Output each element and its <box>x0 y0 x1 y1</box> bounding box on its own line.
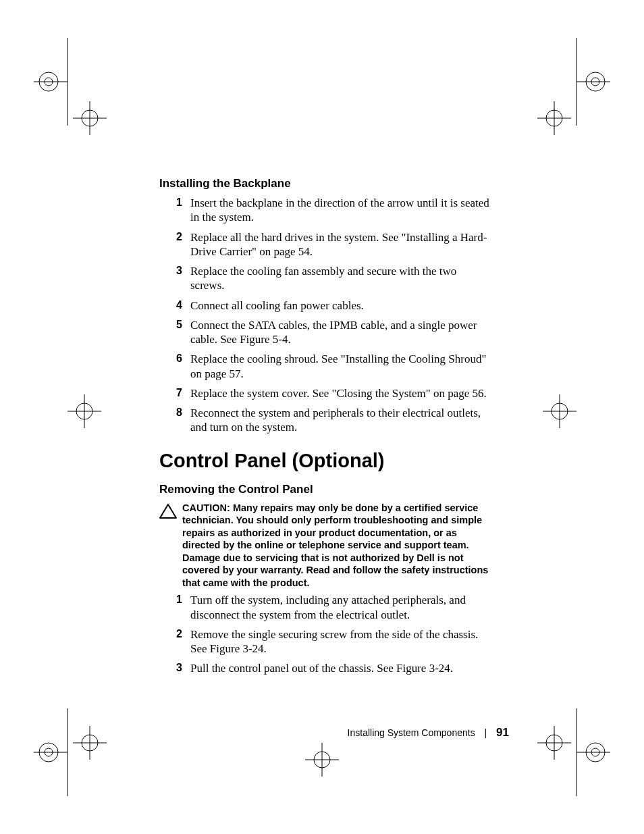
svg-marker-37 <box>160 504 176 518</box>
step-number: 6 <box>159 352 190 365</box>
svg-point-9 <box>586 72 605 91</box>
list-item: 7 Replace the system cover. See "Closing… <box>159 386 491 400</box>
step-number: 1 <box>159 593 190 606</box>
crosshair-icon <box>543 394 576 428</box>
svg-point-10 <box>591 78 599 86</box>
step-text: Replace the cooling fan assembly and sec… <box>190 264 491 293</box>
step-text: Pull the control panel out of the chassi… <box>190 661 491 675</box>
step-number: 4 <box>159 298 190 312</box>
step-text: Turn off the system, including any attac… <box>190 593 491 622</box>
list-item: 6 Replace the cooling shroud. See "Insta… <box>159 352 491 381</box>
step-text: Replace all the hard drives in the syste… <box>190 230 491 259</box>
step-text: Reconnect the system and peripherals to … <box>190 406 491 435</box>
caution-label: CAUTION: <box>182 502 233 513</box>
subheading-installing-backplane: Installing the Backplane <box>159 177 491 190</box>
registration-mark-icon <box>543 38 610 126</box>
registration-mark-icon <box>34 38 101 126</box>
caution-triangle-icon <box>159 502 182 522</box>
crosshair-icon <box>73 101 107 135</box>
step-number: 5 <box>159 318 190 332</box>
svg-point-33 <box>591 748 599 756</box>
section-title-control-panel: Control Panel (Optional) <box>159 450 491 472</box>
steps-list-backplane: 1 Insert the backplane in the direction … <box>159 196 491 435</box>
content-area: Installing the Backplane 1 Insert the ba… <box>159 177 491 681</box>
svg-point-11 <box>546 110 562 126</box>
list-item: 1 Insert the backplane in the direction … <box>159 196 491 225</box>
step-text: Connect all cooling fan power cables. <box>190 298 491 313</box>
list-item: 2 Replace all the hard drives in the sys… <box>159 230 491 259</box>
footer-divider: | <box>485 727 487 738</box>
step-number: 2 <box>159 230 190 244</box>
step-number: 7 <box>159 386 190 400</box>
page-footer: Installing System Components | 91 <box>0 726 644 739</box>
svg-point-2 <box>39 72 58 91</box>
svg-point-32 <box>586 743 605 762</box>
registration-mark-icon <box>34 708 101 796</box>
caution-text: CAUTION: Many repairs may only be done b… <box>182 502 491 590</box>
list-item: 1 Turn off the system, including any att… <box>159 593 491 622</box>
step-number: 3 <box>159 264 190 278</box>
svg-point-4 <box>82 110 98 126</box>
steps-list-control-panel: 1 Turn off the system, including any att… <box>159 593 491 675</box>
crosshair-icon <box>537 101 571 135</box>
list-item: 3 Pull the control panel out of the chas… <box>159 661 491 675</box>
caution-body: Many repairs may only be done by a certi… <box>182 502 488 588</box>
footer-chapter: Installing System Components <box>348 727 475 738</box>
crosshair-icon <box>68 394 101 428</box>
step-text: Replace the cooling shroud. See "Install… <box>190 352 491 381</box>
step-text: Connect the SATA cables, the IPMB cable,… <box>190 318 491 347</box>
step-text: Insert the backplane in the direction of… <box>190 196 491 225</box>
step-number: 3 <box>159 661 190 675</box>
svg-point-3 <box>45 78 53 86</box>
list-item: 5 Connect the SATA cables, the IPMB cabl… <box>159 318 491 347</box>
step-number: 1 <box>159 196 190 209</box>
svg-point-14 <box>76 403 92 419</box>
list-item: 8 Reconnect the system and peripherals t… <box>159 406 491 435</box>
list-item: 2 Remove the single securing screw from … <box>159 627 491 656</box>
step-number: 8 <box>159 406 190 419</box>
step-number: 2 <box>159 627 190 641</box>
subheading-removing-control-panel: Removing the Control Panel <box>159 483 491 496</box>
page: Installing the Backplane 1 Insert the ba… <box>0 0 644 834</box>
step-text: Replace the system cover. See "Closing t… <box>190 386 491 400</box>
list-item: 3 Replace the cooling fan assembly and s… <box>159 264 491 293</box>
svg-point-17 <box>552 403 568 419</box>
svg-point-22 <box>39 743 58 762</box>
crosshair-icon <box>305 743 339 777</box>
svg-point-27 <box>314 752 330 768</box>
registration-mark-icon <box>543 708 610 796</box>
caution-block: CAUTION: Many repairs may only be done b… <box>159 502 491 590</box>
footer-page-number: 91 <box>496 726 509 739</box>
svg-point-23 <box>45 748 53 756</box>
list-item: 4 Connect all cooling fan power cables. <box>159 298 491 313</box>
step-text: Remove the single securing screw from th… <box>190 627 491 656</box>
